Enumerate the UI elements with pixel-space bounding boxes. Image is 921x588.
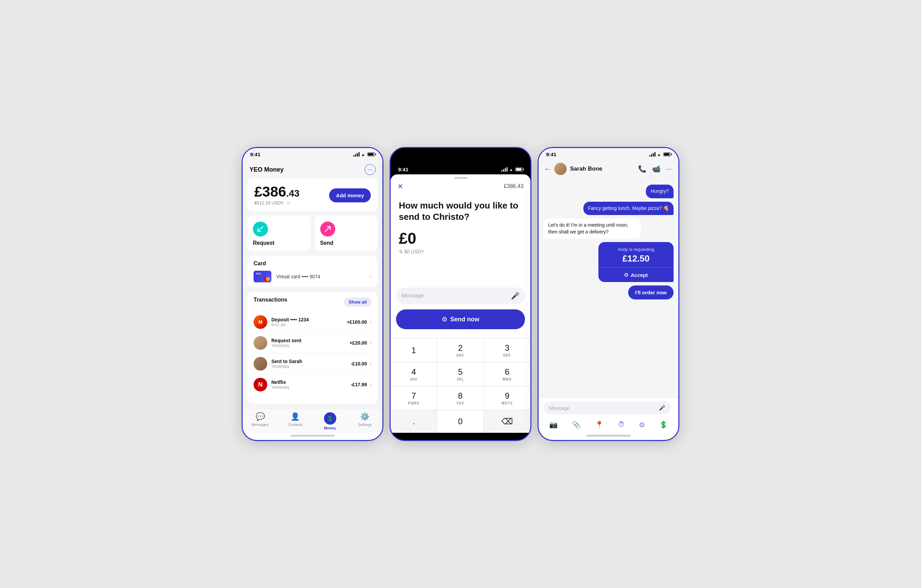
close-button[interactable]: ✕ (397, 182, 403, 191)
key-1[interactable]: 1 (391, 339, 437, 362)
key-0[interactable]: 0 (437, 410, 483, 433)
table-row[interactable]: Request sent Yesterday +£20.00 › (254, 332, 371, 353)
video-call-icon[interactable]: 📹 (652, 165, 661, 173)
table-row[interactable]: M Deposit •••• 1234 9:41 am +£100.00 › (254, 312, 371, 332)
top-balance: £386.43 (504, 183, 524, 189)
status-bar-1: 9:41 ▲ (242, 148, 382, 159)
key-backspace[interactable]: ⌫ (484, 410, 530, 433)
order-now-button[interactable]: I'll order now (628, 285, 674, 300)
key-8[interactable]: 8 TUV (437, 386, 483, 410)
phone2-inner: ✕ £386.43 How much would you like to sen… (391, 174, 530, 433)
virtual-card-row[interactable]: YEO Virtual card •••• 9074 › (254, 271, 371, 282)
table-row[interactable]: Sent to Sarah Yesterday -£10.00 › (254, 353, 371, 374)
message-input[interactable]: Message 🎤 (396, 288, 525, 304)
request-icon (253, 222, 268, 236)
pay-req-amount: £12.50 (603, 253, 669, 264)
add-money-button[interactable]: Add money (329, 188, 371, 202)
nav-contacts-label: Contacts (288, 422, 303, 427)
camera-toolbar-icon[interactable]: 📷 (549, 420, 558, 429)
phone1-title: YEO Money (249, 166, 284, 173)
key-2[interactable]: 2 ABC (437, 339, 483, 362)
signal-bars-2 (501, 167, 508, 172)
send-icon (320, 222, 335, 236)
time-3: 9:41 (546, 151, 557, 157)
payment-request-bubble[interactable]: Andy is requesting £12.50 ⊙ Accept (599, 242, 674, 282)
timer-toolbar-icon[interactable]: ⏱ (618, 420, 625, 429)
status-bar-2: 9:41 ▲ (391, 163, 530, 174)
card-details: YEO Virtual card •••• 9074 (254, 271, 320, 282)
trans-avatar-3: N (254, 378, 267, 391)
nav-contacts[interactable]: 👤 Contacts (278, 412, 312, 433)
phone-3-chat: 9:41 ▲ ← Sarah Bone 📞 📹 ⋯ Hungry? (537, 147, 679, 441)
send-content: How much would you like to send to Chris… (391, 193, 530, 288)
mic-icon-chat[interactable]: 🎤 (659, 405, 666, 411)
accept-button[interactable]: ⊙ Accept (599, 268, 674, 282)
nav-money[interactable]: 💲 Money (313, 412, 348, 433)
transactions-title: Transactions (254, 297, 287, 303)
message-placeholder-3: Message (549, 405, 570, 411)
nav-settings[interactable]: ⚙️ Settings (348, 412, 382, 433)
time-1: 9:41 (250, 151, 260, 157)
card-visual: YEO (254, 271, 271, 282)
chat-messages: Hungry? Fancy getting lunch. Maybe pizza… (539, 179, 679, 397)
phone-call-icon[interactable]: 📞 (638, 165, 647, 173)
trans-avatar-0: M (254, 315, 267, 329)
chat-message-input[interactable]: Message 🎤 (543, 401, 671, 414)
chat-header: ← Sarah Bone 📞 📹 ⋯ (539, 159, 679, 179)
nav-settings-label: Settings (358, 422, 372, 427)
balance-info: £386.43 $512.33 USDY ⓘ (254, 185, 299, 206)
wifi-icon-3: ▲ (657, 153, 661, 156)
send-card[interactable]: Send (315, 215, 378, 251)
show-all-button[interactable]: Show all (344, 297, 371, 307)
balance-card: £386.43 $512.33 USDY ⓘ Add money (247, 178, 378, 211)
face-id-icon-2: ⊙ (624, 272, 628, 278)
home-indicator-3 (586, 435, 631, 437)
trans-info-1: Request sent Yesterday (271, 338, 301, 348)
action-row: Request Send (247, 215, 378, 251)
phone-2-send: 9:41 ▲ ✕ £386.43 How much would you like… (390, 147, 531, 441)
balance-amount: £386.43 (254, 185, 299, 199)
key-9[interactable]: 9 WXYZ (484, 386, 530, 410)
key-7[interactable]: 7 PQRS (391, 386, 437, 410)
status-bar-3: 9:41 ▲ (539, 148, 679, 159)
request-card[interactable]: Request (247, 215, 311, 251)
balance-usd: $512.33 USDY ⓘ (254, 200, 299, 206)
face-id-icon: ⊙ (442, 316, 447, 323)
trans-avatar-2 (254, 357, 267, 371)
key-4[interactable]: 4 GHI (391, 362, 437, 386)
more-options-icon[interactable]: ⋯ (666, 165, 673, 173)
location-toolbar-icon[interactable]: 📍 (595, 420, 604, 429)
mastercard-logo (264, 277, 270, 281)
key-dot[interactable]: . (391, 410, 437, 433)
signal-bars-3 (649, 152, 656, 156)
faceid-toolbar-icon[interactable]: ⊙ (639, 420, 645, 429)
mic-icon[interactable]: 🎤 (511, 292, 519, 300)
signal-bars-1 (353, 152, 360, 156)
send-amount: £0 (399, 229, 522, 248)
more-button[interactable]: ⋯ (364, 164, 376, 175)
send-now-button[interactable]: ⊙ Send now (396, 309, 525, 329)
status-icons-3: ▲ (649, 152, 671, 156)
back-button[interactable]: ← (544, 165, 551, 173)
home-indicator-1 (290, 435, 335, 437)
bottom-nav: 💬 Messages 👤 Contacts 💲 Money ⚙️ Setting… (242, 409, 382, 433)
paperclip-toolbar-icon[interactable]: 📎 (572, 420, 581, 429)
phone-1-yeo-money: 9:41 ▲ YEO Money ⋯ £386.43 $ (242, 147, 384, 441)
key-5[interactable]: 5 JKL (437, 362, 483, 386)
key-3[interactable]: 3 DEF (484, 339, 530, 362)
nav-messages[interactable]: 💬 Messages (242, 412, 278, 433)
table-row[interactable]: N Netflix Yesterday -£17.99 › (254, 374, 371, 395)
trans-right-0: +£100.00 › (347, 319, 371, 325)
home-indicator-2 (438, 435, 483, 437)
send-now-label: Send now (451, 316, 480, 323)
info-icon[interactable]: ⓘ (286, 201, 290, 205)
chat-toolbar: 📷 📎 📍 ⏱ ⊙ 💲 (539, 418, 679, 433)
numpad: 1 2 ABC 3 DEF 4 GHI 5 JKL 6 MNO (391, 338, 530, 433)
phone1-header: YEO Money ⋯ (242, 159, 382, 178)
card-section: Card YEO Virtual card •••• 9074 › (247, 256, 378, 287)
key-6[interactable]: 6 MNO (484, 362, 530, 386)
trans-right-1: +£20.00 › (350, 340, 371, 346)
dollar-toolbar-icon[interactable]: 💲 (659, 420, 668, 429)
dynamic-island (440, 151, 481, 163)
contacts-nav-icon: 👤 (290, 412, 300, 421)
